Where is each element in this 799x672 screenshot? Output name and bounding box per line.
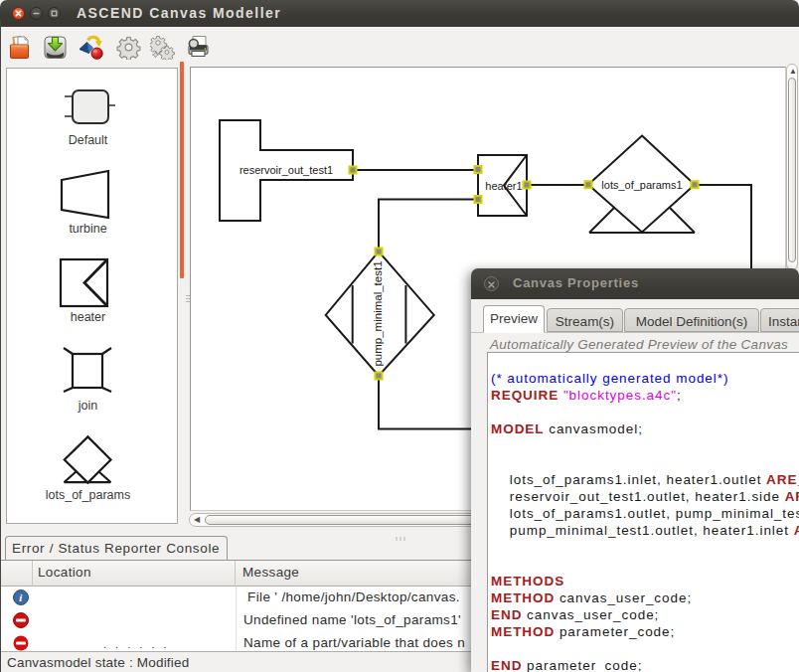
svg-text:i: i <box>19 591 23 603</box>
svg-text:lots_of_params1: lots_of_params1 <box>601 179 682 191</box>
svg-text:pump_minimal_test1: pump_minimal_test1 <box>372 260 384 366</box>
svg-text:reservoir_out_test1: reservoir_out_test1 <box>240 164 333 176</box>
svg-text:heater1: heater1 <box>485 180 522 192</box>
